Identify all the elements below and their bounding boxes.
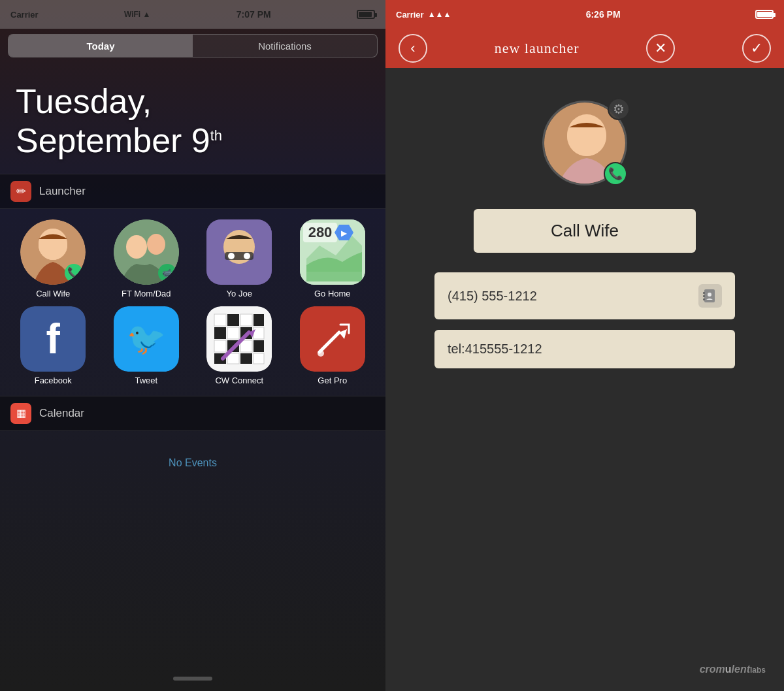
call-wife-icon: 📞 — [20, 219, 86, 285]
left-status-bar: Carrier WiFi ▲ 7:07 PM — [0, 0, 385, 29]
cw-connect-label: CW Connect — [215, 376, 263, 385]
twitter-icon: 🐦 — [114, 306, 179, 372]
svg-rect-21 — [214, 327, 226, 339]
cromulent-text: cromulentlabs — [700, 664, 766, 675]
right-time: 6:26 PM — [586, 9, 621, 20]
yo-joe-label: Yo Joe — [227, 289, 252, 298]
launcher-section-header: ✏ Launcher — [0, 174, 385, 209]
cromulent-footer: cromulentlabs — [700, 664, 766, 675]
yo-joe-icon — [206, 219, 272, 285]
svg-rect-18 — [227, 314, 239, 326]
svg-rect-44 — [703, 298, 705, 300]
svg-point-37 — [318, 350, 324, 357]
ft-mom-dad-label: FT Mom/Dad — [122, 289, 171, 298]
facebook-label: Facebook — [35, 376, 72, 385]
ft-mom-dad-icon: 📹 — [114, 219, 179, 285]
right-content: ⚙ 📞 Call Wife (415) 555-1212 tel:415555-… — [385, 68, 784, 691]
svg-point-5 — [126, 235, 147, 259]
app-tweet[interactable]: 🐦 Tweet — [104, 306, 189, 385]
app-facebook[interactable]: f Facebook — [10, 306, 96, 385]
svg-marker-36 — [339, 329, 347, 339]
get-pro-label: Get Pro — [318, 376, 347, 385]
svg-line-35 — [319, 332, 339, 352]
close-button[interactable]: ✕ — [646, 34, 675, 63]
svg-rect-17 — [214, 314, 226, 326]
check-icon: ✓ — [751, 40, 762, 57]
app-get-pro[interactable]: Get Pro — [290, 306, 376, 385]
svg-rect-24 — [253, 327, 264, 339]
right-header: ‹ new launcher ✕ ✓ — [385, 29, 784, 68]
contacts-book-icon[interactable] — [698, 284, 722, 308]
wife-phone-badge: 📞 — [65, 264, 83, 282]
svg-rect-19 — [240, 314, 252, 326]
tel-field[interactable]: tel:415555-1212 — [434, 330, 735, 368]
svg-text:280: 280 — [308, 224, 332, 240]
svg-point-11 — [244, 253, 250, 259]
facebook-icon: f — [20, 306, 86, 372]
header-title: new launcher — [495, 40, 580, 57]
close-icon: ✕ — [655, 40, 666, 57]
left-wifi-icon: WiFi ▲ — [124, 10, 150, 19]
svg-point-45 — [708, 293, 711, 297]
calendar-section-header: ▦ Calendar — [0, 396, 385, 431]
app-ft-mom-dad[interactable]: 📹 FT Mom/Dad — [104, 219, 189, 298]
tab-today[interactable]: Today — [8, 35, 193, 57]
right-status-bar: Carrier ▲▲▲ 6:26 PM — [385, 0, 784, 29]
check-button[interactable]: ✓ — [742, 34, 771, 63]
app-cw-connect[interactable]: CW Connect — [197, 306, 282, 385]
cw-connect-icon — [206, 306, 272, 372]
get-pro-icon — [300, 306, 365, 372]
go-home-label: Go Home — [314, 289, 351, 298]
right-battery-icon — [755, 10, 774, 19]
settings-badge[interactable]: ⚙ — [608, 98, 630, 120]
phone-number-text: (415) 555-1212 — [448, 289, 537, 304]
right-carrier: Carrier — [396, 10, 424, 20]
go-home-icon: 280 ▶ — [300, 219, 365, 285]
svg-point-10 — [228, 253, 235, 259]
svg-rect-42 — [703, 292, 705, 294]
tel-value-text: tel:415555-1212 — [448, 342, 542, 357]
tweet-label: Tweet — [135, 376, 157, 385]
call-wife-button[interactable]: Call Wife — [474, 209, 696, 253]
launcher-section-icon: ✏ — [10, 181, 31, 202]
svg-rect-20 — [253, 314, 264, 326]
app-yo-joe[interactable]: Yo Joe — [197, 219, 282, 298]
contact-photo-wrap: ⚙ 📞 — [542, 101, 627, 185]
left-panel: Carrier WiFi ▲ 7:07 PM Today Notificatio… — [0, 0, 385, 691]
date-line1: Tuesday, September 9th — [16, 82, 370, 161]
right-panel: Carrier ▲▲▲ 6:26 PM ‹ new launcher ✕ ✓ — [385, 0, 784, 691]
tab-control: Today Notifications — [8, 34, 378, 57]
call-wife-label: Call Wife — [36, 289, 70, 298]
app-call-wife[interactable]: 📞 Call Wife — [10, 219, 96, 298]
left-battery-icon — [357, 10, 375, 19]
svg-rect-28 — [253, 340, 264, 352]
launcher-section-title: Launcher — [39, 185, 86, 198]
svg-rect-25 — [214, 340, 226, 352]
tab-notifications[interactable]: Notifications — [193, 35, 377, 57]
left-time: 7:07 PM — [237, 9, 271, 20]
calendar-section-title: Calendar — [39, 407, 84, 420]
app-go-home[interactable]: 280 ▶ Go Home — [290, 219, 376, 298]
svg-rect-22 — [227, 327, 239, 339]
svg-rect-27 — [240, 340, 252, 352]
no-events-text: No Events — [0, 431, 385, 495]
back-button[interactable]: ‹ — [399, 34, 427, 63]
date-section: Tuesday, September 9th — [0, 63, 385, 174]
svg-rect-32 — [253, 353, 264, 364]
svg-point-6 — [147, 234, 165, 255]
phone-number-field[interactable]: (415) 555-1212 — [434, 272, 735, 319]
bottom-handle — [173, 677, 212, 681]
calendar-section-icon: ▦ — [10, 403, 31, 424]
left-carrier: Carrier — [10, 10, 39, 20]
phone-green-badge: 📞 — [604, 162, 627, 185]
app-grid: 📞 Call Wife 📹 FT Mom/Dad — [0, 209, 385, 396]
svg-rect-31 — [240, 353, 252, 364]
ftmom-badge: 📹 — [158, 264, 176, 282]
svg-rect-43 — [703, 295, 705, 297]
